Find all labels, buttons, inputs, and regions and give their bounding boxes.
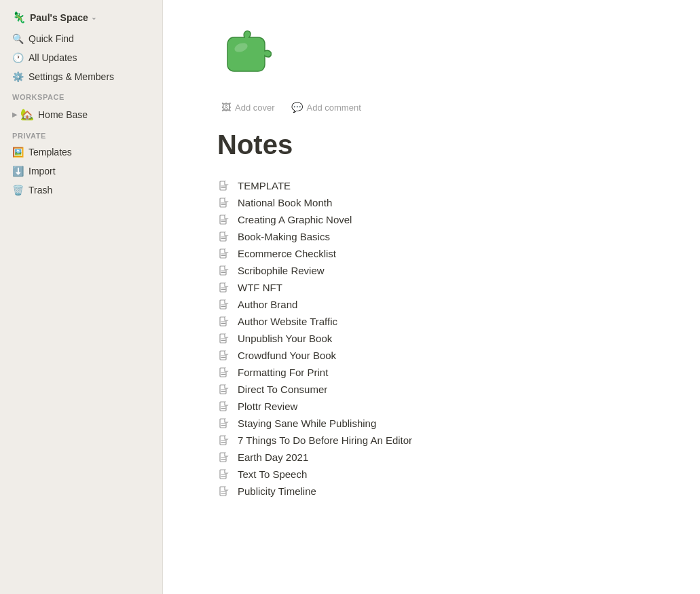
svg-rect-38 bbox=[225, 334, 228, 337]
svg-rect-74 bbox=[225, 487, 228, 490]
sidebar-item-home-base[interactable]: ▶ 🏡 Home Base bbox=[4, 105, 158, 124]
document-icon bbox=[217, 333, 231, 344]
note-title: Book-Making Basics bbox=[238, 231, 330, 242]
sidebar: 🦎 Paul's Space ⌄ 🔍 Quick Find 🕐 All Upda… bbox=[0, 0, 163, 594]
svg-rect-62 bbox=[225, 436, 228, 439]
add-cover-label: Add cover bbox=[235, 103, 275, 113]
svg-rect-14 bbox=[225, 232, 228, 236]
svg-rect-30 bbox=[225, 300, 228, 303]
list-item[interactable]: Author Brand bbox=[217, 296, 646, 313]
list-item[interactable]: Staying Sane While Publishing bbox=[217, 415, 646, 432]
workspace-name: Paul's Space bbox=[30, 12, 88, 23]
svg-rect-46 bbox=[225, 368, 228, 371]
page-icon bbox=[217, 27, 646, 89]
quick-find-label: Quick Find bbox=[29, 33, 74, 44]
note-title: Text To Speech bbox=[238, 468, 307, 480]
sidebar-item-import[interactable]: ⬇️ Import bbox=[4, 162, 158, 180]
sidebar-item-settings[interactable]: ⚙️ Settings & Members bbox=[4, 68, 158, 86]
list-item[interactable]: Text To Speech bbox=[217, 466, 646, 483]
document-icon bbox=[217, 282, 231, 293]
note-title: Author Website Traffic bbox=[238, 316, 337, 327]
note-title: Crowdfund Your Book bbox=[238, 350, 336, 361]
note-title: Author Brand bbox=[238, 299, 297, 310]
image-icon: 🖼 bbox=[221, 102, 231, 113]
svg-rect-22 bbox=[225, 266, 228, 270]
add-cover-button[interactable]: 🖼 Add cover bbox=[217, 100, 279, 115]
list-item[interactable]: Creating A Graphic Novel bbox=[217, 211, 646, 228]
svg-rect-26 bbox=[225, 283, 228, 286]
document-icon bbox=[217, 215, 231, 225]
note-title: Publicity Timeline bbox=[238, 485, 316, 497]
note-title: Plottr Review bbox=[238, 401, 297, 412]
document-icon bbox=[217, 316, 231, 327]
list-item[interactable]: Publicity Timeline bbox=[217, 483, 646, 500]
add-comment-label: Add comment bbox=[307, 103, 361, 113]
workspace-emoji: 🦎 bbox=[12, 11, 26, 24]
note-title: Staying Sane While Publishing bbox=[238, 417, 376, 429]
document-icon bbox=[217, 486, 231, 497]
svg-rect-70 bbox=[225, 470, 228, 473]
document-icon bbox=[217, 265, 231, 276]
page-title: Notes bbox=[217, 128, 646, 161]
note-title: Scribophile Review bbox=[238, 265, 325, 276]
svg-rect-58 bbox=[225, 419, 228, 422]
list-item[interactable]: Formatting For Print bbox=[217, 364, 646, 381]
svg-rect-6 bbox=[225, 198, 228, 202]
list-item[interactable]: WTF NFT bbox=[217, 279, 646, 296]
sidebar-item-trash[interactable]: 🗑️ Trash bbox=[4, 181, 158, 199]
list-item[interactable]: Earth Day 2021 bbox=[217, 449, 646, 466]
private-section-label: PRIVATE bbox=[0, 125, 162, 143]
svg-rect-42 bbox=[225, 351, 228, 354]
document-icon bbox=[217, 299, 231, 310]
add-comment-button[interactable]: 💬 Add comment bbox=[287, 100, 365, 115]
document-icon bbox=[217, 248, 231, 259]
list-item[interactable]: Ecommerce Checklist bbox=[217, 245, 646, 262]
document-icon bbox=[217, 181, 231, 191]
list-item[interactable]: Plottr Review bbox=[217, 398, 646, 415]
search-icon: 🔍 bbox=[12, 33, 23, 44]
note-title: TEMPLATE bbox=[238, 180, 291, 191]
comment-icon: 💬 bbox=[291, 102, 303, 113]
document-icon bbox=[217, 418, 231, 429]
main-content: 🖼 Add cover 💬 Add comment Notes TEMPLATE… bbox=[163, 0, 700, 594]
sidebar-item-templates[interactable]: 🖼️ Templates bbox=[4, 143, 158, 161]
note-title: Direct To Consumer bbox=[238, 384, 327, 395]
svg-rect-2 bbox=[225, 181, 228, 185]
expand-arrow-icon: ▶ bbox=[12, 111, 18, 118]
list-item[interactable]: National Book Month bbox=[217, 194, 646, 211]
all-updates-label: All Updates bbox=[29, 52, 77, 63]
list-item[interactable]: Crowdfund Your Book bbox=[217, 347, 646, 364]
document-icon bbox=[217, 367, 231, 378]
list-item[interactable]: 7 Things To Do Before Hiring An Editor bbox=[217, 432, 646, 449]
note-title: National Book Month bbox=[238, 197, 332, 208]
document-icon bbox=[217, 198, 231, 208]
notes-list: TEMPLATE National Book Month Creating A … bbox=[217, 177, 646, 500]
svg-rect-18 bbox=[225, 249, 228, 253]
note-title: Ecommerce Checklist bbox=[238, 248, 336, 259]
document-icon bbox=[217, 384, 231, 395]
svg-rect-10 bbox=[225, 215, 228, 219]
note-title: Earth Day 2021 bbox=[238, 451, 308, 463]
list-item[interactable]: Scribophile Review bbox=[217, 262, 646, 279]
settings-label: Settings & Members bbox=[29, 71, 114, 82]
workspace-chevron-icon: ⌄ bbox=[91, 14, 96, 21]
workspace-header[interactable]: 🦎 Paul's Space ⌄ bbox=[4, 7, 158, 28]
sidebar-item-all-updates[interactable]: 🕐 All Updates bbox=[4, 49, 158, 67]
document-icon bbox=[217, 350, 231, 361]
sidebar-item-quick-find[interactable]: 🔍 Quick Find bbox=[4, 30, 158, 48]
list-item[interactable]: TEMPLATE bbox=[217, 177, 646, 194]
list-item[interactable]: Unpublish Your Book bbox=[217, 330, 646, 347]
clock-icon: 🕐 bbox=[12, 52, 23, 63]
svg-rect-66 bbox=[225, 453, 228, 456]
document-icon bbox=[217, 452, 231, 463]
gear-icon: ⚙️ bbox=[12, 71, 23, 82]
document-icon bbox=[217, 231, 231, 242]
import-icon: ⬇️ bbox=[12, 166, 23, 177]
list-item[interactable]: Author Website Traffic bbox=[217, 313, 646, 330]
list-item[interactable]: Book-Making Basics bbox=[217, 228, 646, 245]
document-icon bbox=[217, 469, 231, 480]
document-icon bbox=[217, 435, 231, 446]
note-title: Formatting For Print bbox=[238, 367, 328, 378]
svg-rect-54 bbox=[225, 402, 228, 405]
list-item[interactable]: Direct To Consumer bbox=[217, 381, 646, 398]
